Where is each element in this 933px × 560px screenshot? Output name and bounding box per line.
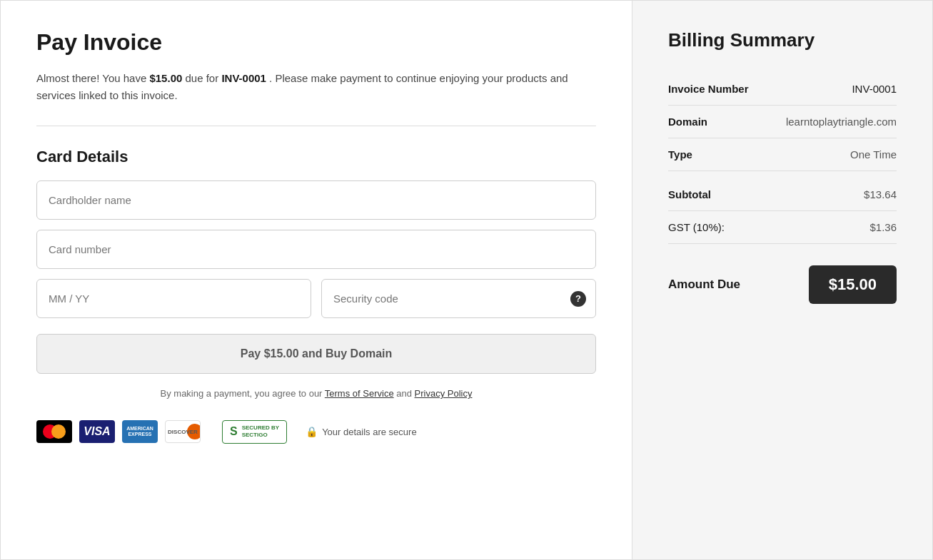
- visa-logo: VISA: [79, 420, 115, 443]
- billing-label-gst: GST (10%):: [668, 221, 725, 233]
- billing-title: Billing Summary: [668, 29, 897, 51]
- billing-value-invoice: INV-0001: [852, 83, 897, 95]
- security-help-icon[interactable]: ?: [570, 291, 586, 307]
- cardholder-name-group: [36, 180, 596, 220]
- expiry-security-row: ?: [36, 279, 596, 318]
- pay-button[interactable]: Pay $15.00 and Buy Domain: [36, 334, 596, 374]
- sectigo-s-icon: S: [230, 425, 238, 438]
- security-code-input[interactable]: [321, 279, 596, 318]
- sectigo-text: SECURED BYSECTIGO: [242, 424, 279, 439]
- billing-value-gst: $1.36: [869, 221, 897, 233]
- billing-row-domain: Domain learntoplaytriangle.com: [668, 106, 897, 138]
- terms-before: By making a payment, you agree to our: [161, 388, 325, 399]
- billing-value-type: One Time: [850, 148, 897, 161]
- left-panel: Pay Invoice Almost there! You have $15.0…: [1, 1, 632, 559]
- billing-row-invoice: Invoice Number INV-0001: [668, 73, 897, 106]
- billing-row-gst: GST (10%): $1.36: [668, 211, 897, 244]
- billing-value-subtotal: $13.64: [864, 188, 897, 200]
- billing-row-type: Type One Time: [668, 138, 897, 171]
- expiry-group: [36, 279, 311, 318]
- main-container: Pay Invoice Almost there! You have $15.0…: [0, 0, 933, 560]
- amex-logo: AMERICANEXPRESS: [122, 420, 158, 443]
- section-divider: [36, 126, 596, 126]
- terms-text: By making a payment, you agree to our Te…: [36, 388, 596, 399]
- right-panel: Billing Summary Invoice Number INV-0001 …: [632, 1, 932, 559]
- security-code-group: ?: [321, 279, 596, 318]
- secure-text: 🔒 Your details are secure: [306, 426, 417, 437]
- intro-invoice-id: INV-0001: [221, 72, 266, 84]
- security-code-wrapper: ?: [321, 279, 596, 318]
- billing-label-subtotal: Subtotal: [668, 188, 711, 200]
- sectigo-badge: S SECURED BYSECTIGO: [222, 420, 287, 444]
- footer-logos: VISA AMERICANEXPRESS DISCOVER S SECURED …: [36, 420, 596, 444]
- terms-of-service-link[interactable]: Terms of Service: [325, 388, 394, 399]
- card-number-group: [36, 230, 596, 269]
- mastercard-logo: [36, 420, 72, 443]
- billing-label-invoice: Invoice Number: [668, 83, 749, 95]
- intro-before-invoice: due for: [182, 72, 221, 84]
- privacy-policy-link[interactable]: Privacy Policy: [415, 388, 473, 399]
- amount-due-badge: $15.00: [809, 265, 897, 304]
- cardholder-name-input[interactable]: [36, 180, 596, 220]
- card-details-title: Card Details: [36, 148, 596, 166]
- discover-logo: DISCOVER: [165, 420, 201, 443]
- billing-label-domain: Domain: [668, 116, 707, 128]
- billing-value-domain: learntoplaytriangle.com: [786, 116, 897, 128]
- billing-label-type: Type: [668, 148, 692, 161]
- page-title: Pay Invoice: [36, 29, 596, 56]
- terms-middle: and: [394, 388, 415, 399]
- mc-circle-orange: [51, 424, 66, 439]
- billing-row-subtotal: Subtotal $13.64: [668, 178, 897, 211]
- amount-due-row: Amount Due $15.00: [668, 251, 897, 304]
- amount-due-label: Amount Due: [668, 278, 740, 292]
- intro-amount: $15.00: [149, 72, 182, 84]
- lock-icon: 🔒: [306, 426, 318, 437]
- expiry-input[interactable]: [36, 279, 311, 318]
- card-number-input[interactable]: [36, 230, 596, 269]
- intro-text: Almost there! You have $15.00 due for IN…: [36, 70, 596, 104]
- secure-label: Your details are secure: [322, 427, 417, 437]
- intro-before-amount: Almost there! You have: [36, 72, 149, 84]
